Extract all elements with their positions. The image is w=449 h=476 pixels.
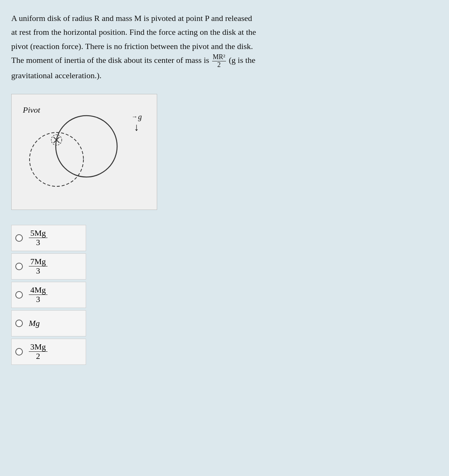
answer-option-a[interactable]: 5Mg 3: [11, 225, 86, 251]
radio-b[interactable]: [15, 263, 23, 270]
question-line2: at rest from the horizontal position. Fi…: [11, 27, 256, 37]
question-line3: pivot (reaction force). There is no fric…: [11, 42, 253, 51]
inertia-fraction-num: MR²: [212, 54, 226, 61]
answer-option-d[interactable]: Mg: [11, 310, 86, 336]
answer-fraction-c: 4Mg 3: [29, 286, 48, 304]
answer-option-b[interactable]: 7Mg 3: [11, 253, 86, 280]
diagram-svg: [23, 101, 128, 202]
answer-option-e[interactable]: 3Mg 2: [11, 339, 86, 365]
radio-e[interactable]: [15, 348, 23, 356]
answer-b-denominator: 3: [34, 266, 42, 275]
diagram-box: Pivot → g ↓: [11, 94, 157, 210]
inertia-fraction-den: 2: [217, 61, 222, 69]
question-text: A uniform disk of radius R and mass M is…: [7, 7, 442, 90]
diagram-inner: Pivot → g ↓: [23, 101, 149, 202]
answer-a-denominator: 3: [34, 238, 42, 247]
question-line4-after: (g is the: [227, 55, 255, 65]
answer-c-denominator: 3: [34, 295, 42, 304]
answer-fraction-e: 3Mg 2: [29, 342, 48, 361]
question-line5: gravitational acceleration.).: [11, 71, 101, 80]
answer-section: 5Mg 3 7Mg 3 4Mg 3 Mg: [7, 221, 442, 371]
answer-option-c[interactable]: 4Mg 3: [11, 282, 86, 308]
gravity-area: → g ↓: [131, 113, 142, 132]
answer-c-numerator: 4Mg: [29, 286, 48, 295]
main-container: A uniform disk of radius R and mass M is…: [7, 7, 442, 371]
answer-b-numerator: 7Mg: [29, 257, 48, 266]
answer-e-denominator: 2: [34, 352, 42, 361]
answer-text-d: Mg: [29, 318, 40, 328]
answer-a-numerator: 5Mg: [29, 229, 48, 238]
gravity-label-text: g: [138, 113, 142, 121]
svg-point-1: [56, 116, 117, 177]
question-line1: A uniform disk of radius R and mass M is…: [11, 13, 252, 23]
gravity-arrow-down: ↓: [134, 122, 139, 132]
gravity-arrow-right: →: [131, 113, 137, 120]
answer-e-numerator: 3Mg: [29, 342, 48, 352]
answer-fraction-b: 7Mg 3: [29, 257, 48, 275]
radio-a[interactable]: [15, 234, 23, 242]
inertia-fraction: MR²2: [212, 54, 226, 69]
radio-d[interactable]: [15, 320, 23, 327]
gravity-label-row: → g: [131, 113, 142, 121]
question-line4-before: The moment of inertia of the disk about …: [11, 55, 211, 65]
radio-c[interactable]: [15, 291, 23, 299]
answer-fraction-a: 5Mg 3: [29, 229, 48, 247]
